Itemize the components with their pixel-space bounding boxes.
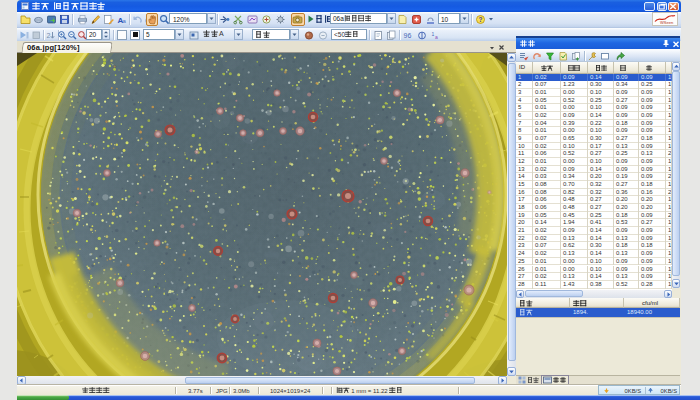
svg-text:96: 96	[404, 32, 412, 39]
svg-text:?: ?	[479, 16, 483, 23]
svg-text:2: 2	[47, 32, 51, 39]
svg-text:WSeen: WSeen	[660, 20, 673, 25]
svg-text:a: a	[435, 34, 438, 40]
svg-text:a: a	[122, 17, 126, 23]
